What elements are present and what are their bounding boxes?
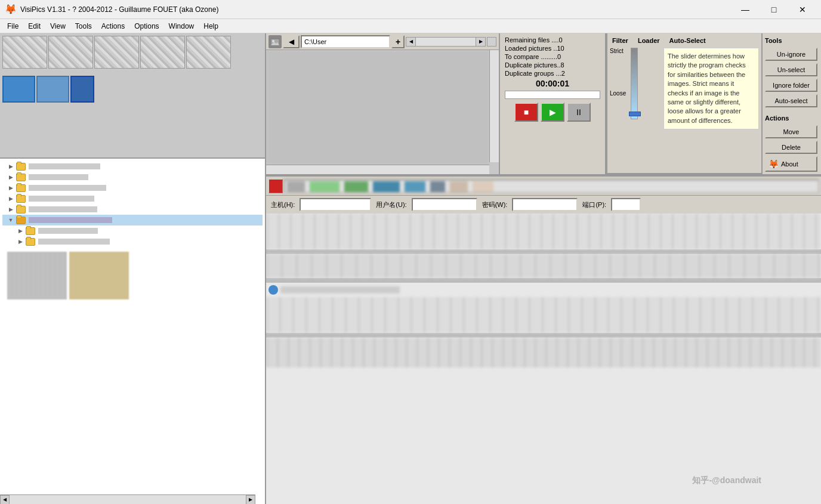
play-button[interactable]: ▶ — [541, 103, 564, 122]
left-panel: ▶ ▶ ▶ ▶ — [0, 33, 266, 504]
folder-row-6[interactable]: ▼ — [2, 215, 263, 225]
expand-icon-8: ▶ — [17, 239, 24, 245]
svg-rect-4 — [271, 183, 275, 184]
folder-icon-3 — [16, 184, 26, 192]
image-v-scrollbar[interactable] — [489, 50, 499, 162]
control-buttons: ■ ▶ ⏸ — [502, 100, 603, 124]
scroll-right-arrow[interactable]: ▶ — [246, 495, 255, 505]
folder-row-3[interactable]: ▶ — [2, 183, 263, 193]
actions-section-label: Actions — [765, 115, 819, 122]
ignore-folder-button[interactable]: Ignore folder — [765, 79, 817, 92]
thumbnail-4[interactable] — [140, 36, 185, 69]
folder-name-blur-8 — [38, 239, 110, 245]
folder-tree: ▶ ▶ ▶ ▶ — [0, 159, 265, 302]
stop-button[interactable]: ■ — [514, 103, 538, 122]
path-input[interactable]: C:\User — [301, 35, 390, 48]
filter-tab[interactable]: Filter — [610, 36, 631, 45]
about-button[interactable]: 🦊 About — [765, 156, 817, 172]
path-back-button[interactable]: ◀ — [283, 35, 300, 48]
thumbnail-3[interactable] — [94, 36, 139, 69]
preview-1[interactable] — [7, 252, 67, 299]
path-scrollbar[interactable]: ◀ ▶ — [406, 37, 486, 47]
status-text-blur — [280, 286, 400, 293]
folder-row-7[interactable]: ▶ — [2, 225, 263, 236]
minimize-button[interactable]: — — [732, 0, 759, 19]
thumbnail-6[interactable] — [2, 76, 35, 103]
folder-row-2[interactable]: ▶ — [2, 172, 263, 183]
content-status-row — [266, 283, 821, 297]
folder-icon-7 — [26, 227, 35, 235]
expand-icon-2: ▶ — [7, 174, 14, 180]
status-dot — [268, 285, 278, 295]
folder-row-5[interactable]: ▶ — [2, 204, 263, 215]
loaded-pictures-stat: Loaded pictures ..10 — [502, 44, 603, 52]
menu-actions[interactable]: Actions — [97, 21, 129, 32]
tools-section-label: Tools — [765, 37, 819, 44]
menu-help[interactable]: Help — [199, 21, 223, 32]
thumbnail-8[interactable] — [70, 76, 94, 103]
autoselect-tab[interactable]: Auto-Select — [667, 36, 708, 45]
thumbnail-5[interactable] — [186, 36, 231, 69]
maximize-button[interactable]: □ — [760, 0, 788, 19]
folder-row-4[interactable]: ▶ — [2, 193, 263, 204]
thumbnail-7[interactable] — [36, 76, 69, 103]
expand-icon-3: ▶ — [7, 185, 14, 191]
content-row-2 — [266, 254, 821, 278]
scroll-left-arrow[interactable]: ◀ — [0, 495, 10, 505]
path-scroll-corner — [487, 37, 496, 47]
auto-select-button[interactable]: Auto-select — [765, 94, 817, 107]
user-label: 用户名(U): — [376, 200, 406, 209]
loader-tab[interactable]: Loader — [635, 36, 662, 45]
unselect-button[interactable]: Un-select — [765, 63, 817, 76]
main-view-area: ◀ C:\User + ◀ ▶ — [266, 33, 499, 174]
thumbnail-row-1 — [0, 33, 265, 71]
folder-icon-6 — [16, 217, 26, 224]
svg-rect-3 — [271, 184, 280, 190]
host-label: 主机(H): — [271, 200, 295, 209]
move-button[interactable]: Move — [765, 125, 817, 138]
folder-icon-8 — [26, 238, 35, 246]
content-row-3 — [266, 297, 821, 333]
path-scroll-track — [416, 38, 476, 46]
filter-tabs: Filter Loader Auto-Select — [610, 36, 759, 45]
path-scroll-left[interactable]: ◀ — [406, 38, 416, 46]
path-icon — [268, 35, 282, 48]
host-input[interactable] — [300, 198, 371, 211]
folder-icon-5 — [16, 206, 26, 214]
port-input[interactable] — [611, 198, 641, 211]
h-scrollbar[interactable]: ◀ ▶ — [0, 494, 255, 504]
thumbnail-1[interactable] — [2, 36, 47, 69]
folder-icon-2 — [16, 174, 26, 181]
toolbar-icon-1[interactable] — [268, 179, 283, 193]
path-scroll-right[interactable]: ▶ — [476, 38, 485, 46]
filter-area: Filter Loader Auto-Select Strict Loose T… — [606, 33, 761, 174]
slider-thumb[interactable] — [629, 112, 641, 116]
folder-row-8[interactable]: ▶ — [2, 236, 263, 247]
slider-track[interactable] — [631, 48, 638, 119]
file-browser: ▶ ▶ ▶ ▶ — [0, 159, 265, 504]
folder-row-1[interactable]: ▶ — [2, 161, 263, 172]
image-h-scrollbar[interactable] — [266, 165, 489, 174]
pause-button[interactable]: ⏸ — [567, 103, 591, 122]
duplicate-pictures-stat: Duplicate pictures..8 — [502, 61, 603, 69]
path-add-button[interactable]: + — [391, 35, 405, 48]
content-row-4 — [266, 338, 821, 367]
menu-file[interactable]: File — [2, 21, 23, 32]
menu-tools[interactable]: Tools — [70, 21, 97, 32]
slider-labels: Strict Loose — [610, 48, 626, 97]
user-input[interactable] — [412, 198, 477, 211]
unignore-button[interactable]: Un-ignore — [765, 48, 817, 61]
expand-icon-4: ▶ — [7, 196, 14, 202]
close-button[interactable]: ✕ — [789, 0, 816, 19]
password-input[interactable] — [512, 198, 578, 211]
folder-name-blur-7 — [38, 228, 98, 234]
menu-view[interactable]: View — [45, 21, 70, 32]
delete-button[interactable]: Delete — [765, 141, 817, 154]
menu-edit[interactable]: Edit — [23, 21, 45, 32]
watermark: 知乎-@doandwait — [692, 475, 761, 486]
connection-form-row: 主机(H): 用户名(U): 密码(W): 端口(P): — [266, 196, 821, 214]
preview-2[interactable] — [69, 252, 129, 299]
menu-window[interactable]: Window — [164, 21, 199, 32]
menu-options[interactable]: Options — [129, 21, 163, 32]
thumbnail-2[interactable] — [48, 36, 93, 69]
